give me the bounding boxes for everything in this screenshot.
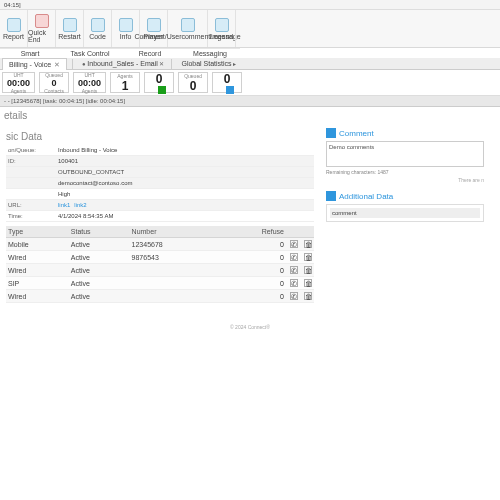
tab-billing[interactable]: Billing - Voice✕ [2,58,67,70]
stat-queued2: Queued0 [178,72,208,93]
breadcrumb: - - [12345678] [task: 00:04:15] [idle: 0… [0,96,500,107]
details-header: etails [0,110,500,121]
legend-button[interactable]: Legend [208,10,236,47]
tab-stats[interactable]: Global Statistics ▸ [175,60,240,67]
restart-button[interactable]: Restart [56,10,84,47]
stat-zero1: 0 [144,72,174,93]
call-icon[interactable]: ✆ [290,266,298,274]
table-row[interactable]: SIPActive0✆🗑 [6,277,314,290]
additional-header: Additional Data [339,192,393,201]
stat-uht2: UHT00:00Agents [73,72,106,93]
window-title: 04:15] [0,0,500,10]
delete-icon[interactable]: 🗑 [304,253,312,261]
contacts-table: TypeStatusNumber Refuse MobileActive1234… [6,226,314,303]
basic-data-header: sic Data [6,131,314,142]
footer: © 2024 Connect® [0,324,500,330]
close-icon[interactable]: ✕ [54,61,60,68]
url-link2[interactable]: link2 [74,202,86,208]
commentmsg-button[interactable]: Comment/Usercomment/message [168,10,208,47]
ribbon: Report Quick End Restart Code Info Playe… [0,10,500,48]
additional-row[interactable]: comment [330,208,480,218]
call-icon[interactable]: ✆ [290,279,298,287]
info-button[interactable]: Info [112,10,140,47]
id-value: 100401 [58,158,78,164]
stats-bar: UHT00:00Agents Queued0Contacts UHT00:00A… [0,70,500,96]
ribbon-group-labels: SmartTask ControlRecordMessaging [0,48,240,58]
time-value: 4/1/2024 8:54:35 AM [58,213,113,219]
tab-strip: Billing - Voice✕ ● Inbound_Sales - Email… [0,58,500,70]
quickend-button[interactable]: Quick End [28,10,56,47]
call-icon[interactable]: ✆ [290,253,298,261]
delete-icon[interactable]: 🗑 [304,292,312,300]
call-icon[interactable]: ✆ [290,292,298,300]
queue-value: Inbound Billing - Voice [58,147,117,153]
report-button[interactable]: Report [0,10,28,47]
status-icon [158,86,166,94]
url-link1[interactable]: link1 [58,202,70,208]
table-row[interactable]: MobileActive123456780✆🗑 [6,238,314,251]
tab-sales[interactable]: ● Inbound_Sales - Email ✕ [76,60,168,67]
delete-icon[interactable]: 🗑 [304,240,312,248]
table-row[interactable]: WiredActive98765430✆🗑 [6,251,314,264]
remaining-chars: Remaining characters: 1487 [326,169,484,175]
delete-icon[interactable]: 🗑 [304,266,312,274]
call-icon[interactable]: ✆ [290,240,298,248]
comment-icon [326,128,336,138]
type-value: OUTBOUND_CONTACT [58,169,124,175]
comment-textarea[interactable]: Demo comments [326,141,484,167]
stat-agents: Agents1 [110,72,140,93]
stat-zero2: 0 [212,72,242,93]
table-row[interactable]: WiredActive0✆🗑 [6,290,314,303]
player-button[interactable]: Player [140,10,168,47]
comment-note: There are n [326,177,484,183]
additional-data-box: comment [326,204,484,222]
code-button[interactable]: Code [84,10,112,47]
stat-uht1: UHT00:00Agents [2,72,35,93]
delete-icon[interactable]: 🗑 [304,279,312,287]
comment-header: Comment [339,129,374,138]
priority-value: High [58,191,70,197]
additional-icon [326,191,336,201]
stat-queued1: Queued0Contacts [39,72,69,93]
table-row[interactable]: WiredActive0✆🗑 [6,264,314,277]
status-icon [226,86,234,94]
email-value: democontact@contoso.com [58,180,132,186]
